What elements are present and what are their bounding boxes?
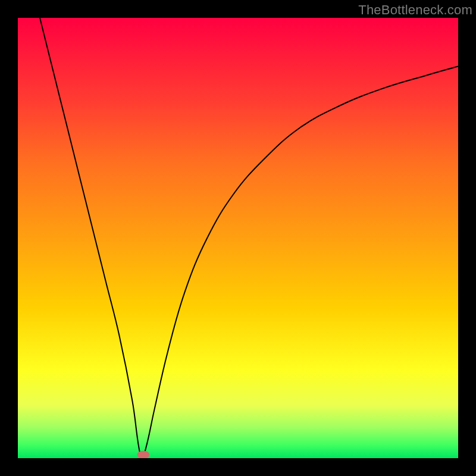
bottleneck-curve (40, 18, 458, 458)
plot-area (18, 18, 458, 458)
watermark-text: TheBottleneck.com (358, 2, 472, 18)
chart-frame: TheBottleneck.com (0, 0, 476, 476)
curve-layer (18, 18, 458, 458)
